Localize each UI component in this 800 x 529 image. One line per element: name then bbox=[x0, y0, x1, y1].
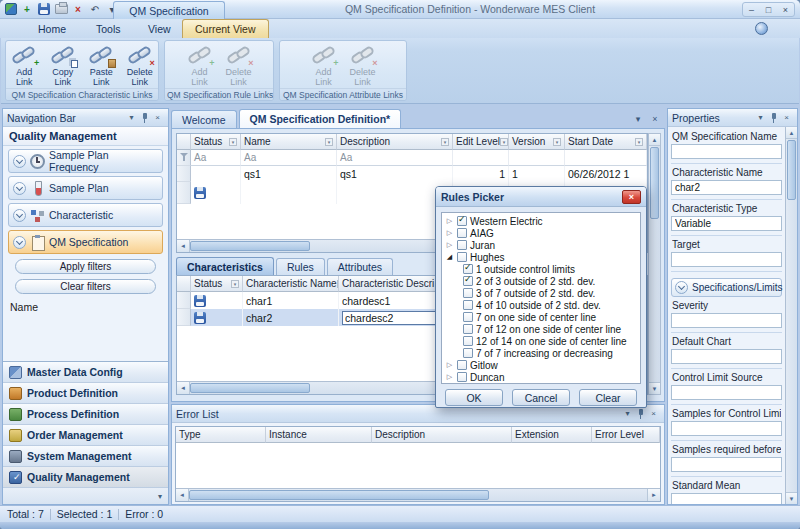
checkbox[interactable] bbox=[457, 216, 467, 226]
column-header-name[interactable]: Name bbox=[241, 134, 337, 150]
undo-icon[interactable]: ↶ bbox=[88, 2, 102, 16]
tab-characteristics[interactable]: Characteristics bbox=[176, 257, 274, 275]
expander-icon[interactable] bbox=[13, 209, 26, 222]
delete-link-button[interactable]: Delete Link bbox=[220, 43, 257, 90]
scroll-thumb[interactable] bbox=[190, 241, 310, 251]
default-chart-field[interactable] bbox=[671, 349, 782, 364]
row-selector[interactable] bbox=[177, 150, 191, 166]
column-filter-icon[interactable] bbox=[500, 138, 508, 146]
collapse-icon[interactable] bbox=[675, 281, 688, 294]
filter-cell[interactable]: Aa bbox=[337, 150, 453, 166]
scroll-thumb[interactable] bbox=[190, 383, 310, 393]
expand-icon[interactable] bbox=[445, 361, 454, 369]
delete-link-button[interactable]: Delete Link bbox=[122, 43, 159, 90]
checkbox[interactable] bbox=[463, 324, 473, 334]
checkbox[interactable] bbox=[457, 360, 467, 370]
column-header-characteristic-name[interactable]: Characteristic Name bbox=[243, 276, 339, 292]
expand-icon[interactable] bbox=[445, 229, 454, 237]
column-header-edit-level[interactable]: Edit Level bbox=[453, 134, 509, 150]
row-selector[interactable] bbox=[177, 182, 191, 204]
dialog-title-bar[interactable]: Rules Picker × bbox=[436, 187, 646, 207]
tree-node[interactable]: Juran bbox=[445, 239, 637, 251]
filter-cell[interactable] bbox=[509, 150, 565, 166]
column-header-type[interactable]: Type bbox=[176, 427, 266, 443]
paste-link-button[interactable]: Paste Link bbox=[83, 43, 120, 90]
column-filter-icon[interactable] bbox=[441, 138, 449, 146]
tree-node[interactable]: Duncan bbox=[445, 371, 637, 383]
cancel-button[interactable]: Cancel bbox=[512, 389, 570, 406]
close-icon[interactable]: × bbox=[780, 112, 793, 124]
scroll-left-icon[interactable]: ◄ bbox=[177, 382, 190, 394]
tree-node[interactable]: 7 of 12 on one side of center line bbox=[445, 323, 637, 335]
section-specifications-limits[interactable]: Specifications/Limits bbox=[671, 278, 782, 297]
checkbox[interactable] bbox=[457, 252, 467, 262]
tree-node[interactable]: 7 of 7 increasing or decreasing bbox=[445, 347, 637, 359]
expander-icon[interactable] bbox=[13, 236, 26, 249]
close-button[interactable]: × bbox=[777, 3, 794, 16]
expand-icon[interactable] bbox=[445, 373, 454, 381]
checkbox[interactable] bbox=[463, 300, 473, 310]
app-icon[interactable] bbox=[5, 3, 17, 15]
scroll-up-icon[interactable]: ▲ bbox=[649, 134, 660, 146]
help-button[interactable] bbox=[755, 22, 768, 35]
column-header-description[interactable]: Description bbox=[372, 427, 512, 443]
scroll-left-icon[interactable]: ◄ bbox=[176, 489, 189, 501]
tab-list-icon[interactable]: ▾ bbox=[631, 112, 645, 126]
tab-home[interactable]: Home bbox=[26, 19, 78, 38]
add-link-button[interactable]: Add Link bbox=[181, 43, 218, 90]
tree-node[interactable]: 12 of 14 on one side of center line bbox=[445, 335, 637, 347]
checkbox[interactable] bbox=[457, 228, 467, 238]
nav-item-characteristic[interactable]: Characteristic bbox=[8, 203, 163, 227]
target-field[interactable] bbox=[671, 252, 782, 267]
checkbox[interactable] bbox=[463, 288, 473, 298]
standard-mean-field[interactable] bbox=[671, 493, 782, 504]
clear-button[interactable]: Clear bbox=[579, 389, 637, 406]
checkbox[interactable] bbox=[463, 276, 473, 286]
sidebar-item-quality-management[interactable]: Quality Management bbox=[3, 467, 168, 488]
column-filter-icon[interactable] bbox=[325, 138, 333, 146]
row-selector[interactable] bbox=[177, 166, 191, 182]
column-header-start-date[interactable]: Start Date bbox=[565, 134, 647, 150]
control-limit-source-field[interactable] bbox=[671, 385, 782, 400]
pin-icon[interactable] bbox=[138, 112, 151, 124]
ok-button[interactable]: OK bbox=[445, 389, 503, 406]
checkbox[interactable] bbox=[457, 372, 467, 382]
minimize-button[interactable]: – bbox=[743, 3, 760, 16]
expander-icon[interactable] bbox=[13, 182, 26, 195]
add-icon[interactable]: + bbox=[20, 2, 34, 16]
nav-item-sample-plan[interactable]: Sample Plan bbox=[8, 176, 163, 200]
horizontal-scrollbar[interactable]: ◄ ► bbox=[176, 488, 660, 501]
severity-field[interactable] bbox=[671, 313, 782, 328]
checkbox[interactable] bbox=[457, 240, 467, 250]
row-selector[interactable] bbox=[177, 309, 191, 326]
scroll-thumb[interactable] bbox=[650, 147, 659, 219]
tab-attributes[interactable]: Attributes bbox=[327, 258, 393, 275]
nav-item-qm-specification[interactable]: QM Specification bbox=[8, 230, 163, 254]
print-icon[interactable] bbox=[54, 2, 68, 16]
samples-for-control-limit-field[interactable] bbox=[671, 421, 782, 436]
clear-filters-button[interactable]: Clear filters bbox=[15, 279, 156, 294]
column-header-status[interactable]: Status bbox=[191, 276, 243, 292]
checkbox[interactable] bbox=[463, 336, 473, 346]
samples-required-field[interactable] bbox=[671, 457, 782, 472]
scroll-down-icon[interactable]: ▼ bbox=[649, 382, 660, 394]
characteristic-type-field[interactable] bbox=[671, 216, 782, 231]
tab-current-view[interactable]: Current View bbox=[182, 19, 269, 38]
characteristic-name-field[interactable] bbox=[671, 180, 782, 195]
scroll-up-icon[interactable]: ▲ bbox=[786, 127, 797, 139]
add-link-button[interactable]: Add Link bbox=[6, 43, 43, 90]
column-header-status[interactable]: Status bbox=[191, 134, 241, 150]
sidebar-item-system-management[interactable]: System Management bbox=[3, 446, 168, 467]
chevron-down-icon[interactable]: ▾ bbox=[158, 492, 162, 501]
save-icon[interactable] bbox=[37, 2, 51, 16]
column-filter-icon[interactable] bbox=[229, 138, 237, 146]
column-filter-icon[interactable] bbox=[553, 138, 561, 146]
apply-filters-button[interactable]: Apply filters bbox=[15, 259, 156, 274]
tree-node[interactable]: 2 of 3 outside of 2 std. dev. bbox=[445, 275, 637, 287]
tree-node[interactable]: Gitlow bbox=[445, 359, 637, 371]
vertical-scrollbar[interactable]: ▲ ▼ bbox=[648, 133, 661, 395]
close-tab-icon[interactable]: × bbox=[648, 112, 662, 126]
checkbox[interactable] bbox=[463, 348, 473, 358]
filter-cell[interactable]: Aa bbox=[191, 150, 241, 166]
filter-cell[interactable] bbox=[565, 150, 647, 166]
